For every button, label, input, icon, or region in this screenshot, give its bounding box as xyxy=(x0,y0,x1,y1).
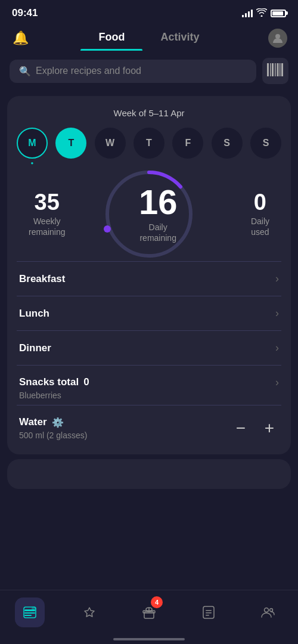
day-pill-tue[interactable]: T xyxy=(55,128,86,159)
signal-icon xyxy=(242,9,253,17)
svg-point-22 xyxy=(270,609,273,612)
used-stat: 0 Dailyused xyxy=(251,191,275,237)
nav-item-rewards[interactable]: 4 xyxy=(134,597,164,627)
search-section: 🔍 Explore recipes and food xyxy=(0,51,298,91)
svg-rect-4 xyxy=(275,63,276,76)
day-pill-thu[interactable]: T xyxy=(134,128,164,159)
snacks-title: Snacks total 0 xyxy=(19,376,275,388)
svg-rect-18 xyxy=(206,610,212,611)
rewards-badge: 4 xyxy=(151,596,163,608)
svg-rect-20 xyxy=(206,615,209,616)
dinner-label: Dinner xyxy=(19,342,51,354)
snacks-sub: Blueberries xyxy=(19,391,275,400)
dinner-row[interactable]: Dinner › xyxy=(17,330,281,365)
water-decrease-button[interactable]: − xyxy=(231,419,250,438)
status-bar: 09:41 xyxy=(0,0,298,23)
water-increase-button[interactable]: + xyxy=(260,419,279,438)
day-pill-wed[interactable]: W xyxy=(95,128,126,159)
nav-item-community[interactable] xyxy=(253,597,283,627)
water-left: Water ⚙️ 500 ml (2 glasses) xyxy=(19,416,231,440)
battery-icon xyxy=(271,10,286,17)
lunch-row[interactable]: Lunch › xyxy=(17,296,281,330)
nav-food-icon xyxy=(15,597,45,627)
search-icon: 🔍 xyxy=(19,66,31,77)
svg-rect-3 xyxy=(272,63,274,76)
svg-rect-11 xyxy=(24,612,35,614)
main-card: Week of 5–11 Apr M T W T F S S 35 Weekly… xyxy=(7,96,291,454)
water-controls: − + xyxy=(231,419,279,438)
day-pill-fri[interactable]: F xyxy=(172,128,203,159)
nav-favorites-icon xyxy=(74,597,104,627)
avatar xyxy=(268,29,287,48)
water-row: Water ⚙️ 500 ml (2 glasses) − + xyxy=(17,405,281,442)
snacks-row[interactable]: Snacks total 0 Blueberries › xyxy=(17,365,281,405)
svg-rect-2 xyxy=(270,63,271,76)
day-pill-mon[interactable]: M xyxy=(17,128,48,159)
used-label: Dailyused xyxy=(251,216,269,237)
bell-icon[interactable]: 🔔 xyxy=(10,30,31,46)
svg-rect-6 xyxy=(280,63,281,76)
stats-section: 35 Weeklyremaining 16 Dailyremaining 0 D… xyxy=(17,173,281,255)
nav-community-icon xyxy=(253,597,283,627)
profile-button[interactable] xyxy=(267,29,288,48)
weekly-number: 35 xyxy=(29,191,65,213)
svg-point-0 xyxy=(275,34,280,39)
day-pill-sun[interactable]: S xyxy=(250,128,281,159)
daily-label: Dailyremaining xyxy=(139,222,178,243)
water-title: Water ⚙️ xyxy=(19,416,231,428)
wifi-icon xyxy=(256,8,267,18)
svg-point-21 xyxy=(265,608,269,612)
dinner-chevron: › xyxy=(275,342,279,354)
snacks-count: 0 xyxy=(83,376,89,388)
week-header: Week of 5–11 Apr xyxy=(17,108,281,118)
status-time: 09:41 xyxy=(12,7,38,19)
snacks-left: Snacks total 0 Blueberries xyxy=(19,376,275,400)
water-settings-icon[interactable]: ⚙️ xyxy=(52,417,64,428)
barcode-icon xyxy=(267,63,284,79)
water-label: Water xyxy=(19,416,47,428)
nav-item-favorites[interactable] xyxy=(74,597,104,627)
snacks-label: Snacks total xyxy=(19,376,79,388)
svg-rect-12 xyxy=(24,615,32,616)
day-pill-sat[interactable]: S xyxy=(212,128,243,159)
snacks-chevron: › xyxy=(275,376,279,389)
home-indicator xyxy=(113,638,185,640)
svg-rect-1 xyxy=(267,63,269,76)
water-amount: 500 ml (2 glasses) xyxy=(19,431,231,440)
nav-tabs: 🔔 Food Activity xyxy=(0,23,298,51)
search-bar[interactable]: 🔍 Explore recipes and food xyxy=(10,60,256,83)
lunch-label: Lunch xyxy=(19,308,49,320)
daily-stat: 16 Dailyremaining xyxy=(139,185,178,243)
weekly-label: Weeklyremaining xyxy=(29,216,65,237)
day-pills: M T W T F S S xyxy=(17,128,281,159)
search-placeholder: Explore recipes and food xyxy=(36,66,141,76)
svg-rect-7 xyxy=(281,63,283,76)
status-icons xyxy=(242,8,286,18)
nav-log-icon xyxy=(194,597,224,627)
nav-item-log[interactable] xyxy=(194,597,224,627)
tabs-center: Food Activity xyxy=(31,25,267,51)
lunch-chevron: › xyxy=(275,307,279,320)
barcode-button[interactable] xyxy=(262,58,288,84)
svg-rect-5 xyxy=(277,63,279,76)
breakfast-label: Breakfast xyxy=(19,273,66,285)
progress-dot xyxy=(104,225,111,233)
breakfast-chevron: › xyxy=(275,273,279,285)
used-number: 0 xyxy=(251,191,269,213)
tab-food[interactable]: Food xyxy=(80,25,142,51)
bottom-nav: 4 xyxy=(0,590,298,644)
peek-card xyxy=(7,459,291,489)
svg-rect-19 xyxy=(206,612,212,614)
nav-item-food[interactable] xyxy=(15,597,45,627)
weekly-stat: 35 Weeklyremaining xyxy=(23,191,65,237)
daily-number: 16 xyxy=(139,185,178,219)
tab-activity[interactable]: Activity xyxy=(142,25,217,51)
